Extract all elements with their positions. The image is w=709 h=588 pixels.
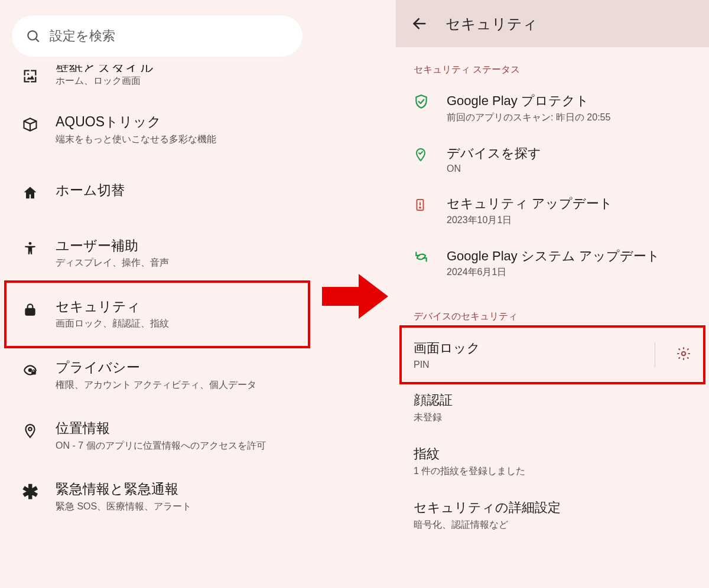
list-item-title: ホーム切替: [56, 182, 297, 199]
privacy-icon: [21, 361, 39, 379]
status-item-find-device[interactable]: デバイスを探す ON: [396, 135, 709, 185]
location-check-icon: [414, 146, 429, 162]
svg-point-5: [28, 368, 32, 373]
wallpaper-icon: [21, 67, 39, 85]
status-item-sub: 2024年6月1日: [447, 266, 660, 279]
svg-point-7: [28, 427, 31, 430]
section-label-status: セキュリティ ステータス: [396, 47, 709, 82]
status-item-play-protect[interactable]: Google Play プロテクト 前回のアプリのスキャン: 昨日の 20:55: [396, 82, 709, 135]
device-item-face[interactable]: 顔認証 未登録: [396, 381, 709, 435]
shield-check-icon: [414, 94, 429, 109]
status-item-sub: 2023年10月1日: [447, 214, 613, 227]
list-item[interactable]: ホーム切替: [0, 161, 314, 223]
svg-point-3: [29, 241, 32, 244]
status-item-play-system-update[interactable]: Google Play システム アップデート 2024年6月1日: [396, 237, 709, 290]
search-input[interactable]: 設定を検索: [12, 15, 303, 57]
status-item-title: セキュリティ アップデート: [447, 195, 613, 212]
svg-rect-4: [25, 309, 34, 315]
list-item[interactable]: AQUOSトリック 端末をもっと使いこなせる多彩な機能: [0, 99, 314, 160]
back-button[interactable]: [408, 12, 431, 35]
device-item-advanced[interactable]: セキュリティの詳細設定 暗号化、認証情報など: [396, 488, 709, 542]
list-item-title: 壁紙とスタイル: [56, 65, 154, 72]
list-item-sub: 権限、アカウント アクティビティ、個人データ: [56, 378, 297, 391]
home-icon: [21, 184, 39, 202]
cube-icon: [21, 116, 39, 133]
list-item[interactable]: ユーザー補助 ディスプレイ、操作、音声: [0, 223, 314, 284]
svg-line-1: [36, 39, 39, 42]
status-item-security-update[interactable]: セキュリティ アップデート 2023年10月1日: [396, 185, 709, 237]
list-item-security[interactable]: セキュリティ 画面ロック、顔認証、指紋: [0, 284, 314, 345]
svg-point-0: [28, 31, 37, 40]
device-item-sub: PIN: [414, 360, 656, 370]
svg-point-2: [27, 73, 29, 75]
list-item[interactable]: 位置情報 ON - 7 個のアプリに位置情報へのアクセスを許可: [0, 406, 314, 466]
device-item-title: 画面ロック: [414, 339, 656, 357]
device-item-title: セキュリティの詳細設定: [414, 499, 691, 517]
settings-list: 壁紙とスタイル ホーム、ロック画面 AQUOSトリック 端末をもっと使いこなせる…: [0, 64, 314, 588]
list-item-title: プライバシー: [56, 359, 297, 376]
lock-icon: [21, 300, 39, 318]
status-item-sub: 前回のアプリのスキャン: 昨日の 20:55: [447, 112, 610, 124]
svg-point-12: [682, 352, 686, 356]
list-item[interactable]: プライバシー 権限、アカウント アクティビティ、個人データ: [0, 345, 314, 406]
location-icon: [21, 422, 39, 440]
list-item-title: ユーザー補助: [56, 237, 297, 254]
security-panel: セキュリティ セキュリティ ステータス Google Play プロテクト 前回…: [396, 0, 709, 588]
status-item-title: デバイスを探す: [447, 145, 541, 162]
list-item-sub: 画面ロック、顔認証、指紋: [56, 317, 297, 330]
device-item-sub: 1 件の指紋を登録しました: [414, 465, 691, 478]
list-item-sub: ホーム、ロック画面: [56, 74, 297, 87]
section-label-device: デバイスのセキュリティ: [396, 289, 709, 329]
list-item-sub: ON - 7 個のアプリに位置情報へのアクセスを許可: [56, 439, 297, 452]
list-item-title: AQUOSトリック: [56, 113, 297, 130]
list-item-title: セキュリティ: [56, 298, 297, 315]
svg-rect-6: [31, 371, 36, 374]
arrow-icon: [322, 270, 388, 322]
svg-point-11: [419, 207, 421, 208]
search-icon: [25, 28, 41, 44]
app-header: セキュリティ: [396, 0, 709, 47]
gear-icon[interactable]: [676, 346, 691, 364]
list-item-sub: 緊急 SOS、医療情報、アラート: [56, 500, 297, 513]
device-item-title: 顔認証: [414, 391, 691, 409]
device-item-sub: 未登録: [414, 411, 691, 424]
device-item-sub: 暗号化、認証情報など: [414, 519, 691, 531]
refresh-icon: [414, 249, 429, 264]
search-placeholder: 設定を検索: [50, 27, 115, 45]
phone-alert-icon: [414, 197, 429, 212]
status-item-title: Google Play プロテクト: [447, 93, 610, 109]
page-title: セキュリティ: [445, 14, 538, 34]
emergency-icon: ✱: [21, 483, 39, 501]
list-item-sub: 端末をもっと使いこなせる多彩な機能: [56, 133, 297, 146]
status-item-title: Google Play システム アップデート: [447, 248, 660, 264]
list-item-title: 緊急情報と緊急通報: [56, 481, 297, 498]
list-item-sub: ディスプレイ、操作、音声: [56, 256, 297, 269]
accessibility-icon: [21, 240, 39, 257]
device-item-fingerprint[interactable]: 指紋 1 件の指紋を登録しました: [396, 435, 709, 488]
list-item-title: 位置情報: [56, 420, 297, 437]
divider: [655, 342, 655, 367]
status-item-sub: ON: [447, 164, 541, 174]
list-item[interactable]: 壁紙とスタイル ホーム、ロック画面: [0, 64, 314, 99]
settings-panel: 設定を検索 壁紙とスタイル ホーム、ロック画面: [0, 0, 314, 588]
device-item-screen-lock[interactable]: 画面ロック PIN: [396, 329, 709, 381]
list-item[interactable]: ✱ 緊急情報と緊急通報 緊急 SOS、医療情報、アラート: [0, 466, 314, 527]
device-item-title: 指紋: [414, 445, 691, 463]
